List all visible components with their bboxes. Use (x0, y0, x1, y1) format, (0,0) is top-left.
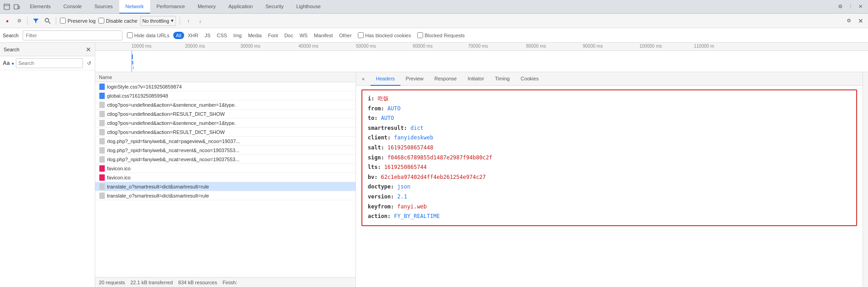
request-item[interactable]: global.css?1619250859948 (95, 91, 356, 100)
main-container: Search ✕ Aa ● ↺ ⊘ 10000 ms 20000 ms 3000… (0, 43, 868, 287)
detail-tab-cookies[interactable]: Cookies (515, 72, 544, 86)
request-item-name: favicon.ico (107, 166, 352, 171)
disable-cache-checkbox[interactable]: Disable cache (98, 18, 137, 24)
request-item-name: ctlog?pos=undefined&action=&sentence_num… (107, 120, 352, 126)
settings-network-icon[interactable]: ⚙ (844, 16, 853, 25)
timeline-mark-6: 70000 ms (468, 44, 488, 49)
type-doc[interactable]: Doc (282, 32, 296, 39)
timeline-mark-10: 110000 m (694, 44, 714, 49)
filter-icon[interactable] (31, 16, 40, 25)
tab-memory[interactable]: Memory (191, 0, 222, 14)
search-sidebar-label: Search (4, 47, 20, 52)
request-item[interactable]: ctlog?pos=undefined&action=RESULT_DICT_S… (95, 128, 356, 137)
type-other[interactable]: Other (336, 32, 355, 39)
resp-client: client: fanyideskweb (368, 133, 851, 143)
close-devtools-icon[interactable]: ✕ (856, 3, 864, 11)
search-refresh-icon[interactable]: ↺ (85, 59, 93, 67)
detail-tab-timing[interactable]: Timing (489, 72, 515, 86)
search-sidebar-header: Search ✕ (0, 43, 95, 56)
tab-elements[interactable]: Elements (24, 0, 57, 14)
type-ws[interactable]: WS (297, 32, 310, 39)
type-img[interactable]: Img (231, 32, 244, 39)
filter-input[interactable] (23, 30, 122, 40)
inspect-icon[interactable] (3, 3, 11, 11)
request-item-name: translate_o?smartresult=dict&smartresult… (107, 184, 352, 189)
request-item-icon (99, 120, 105, 126)
request-item[interactable]: favicon.ico (95, 173, 356, 182)
detail-tab-initiator[interactable]: Initiator (462, 72, 489, 86)
blocked-requests[interactable]: Blocked Requests (414, 31, 468, 39)
timeline-mark-3: 40000 ms (298, 44, 318, 49)
type-font[interactable]: Font (265, 32, 281, 39)
type-all[interactable]: All (173, 32, 184, 39)
preserve-log-checkbox[interactable]: Preserve log (60, 18, 96, 24)
detail-tab-headers[interactable]: Headers (371, 72, 400, 86)
right-scrollbar[interactable] (863, 72, 868, 287)
request-item-icon (99, 165, 105, 172)
request-item-name: favicon.ico (107, 175, 352, 180)
type-media[interactable]: Media (245, 32, 264, 39)
request-item[interactable]: ctlog?pos=undefined&action=&sentence_num… (95, 100, 356, 109)
request-item[interactable]: rlog.php?_npid=fanyiweb&_ncat=event&_nco… (95, 146, 356, 155)
request-items[interactable]: loginStyle.css?v=1619250859874global.css… (95, 82, 356, 277)
resp-smartresult: smartresult: dict (368, 124, 851, 134)
tab-console[interactable]: Console (57, 0, 88, 14)
close-search-icon[interactable]: ✕ (856, 16, 865, 25)
type-js[interactable]: JS (202, 32, 213, 39)
toolbar-divider-1 (27, 17, 28, 25)
request-item-icon (99, 111, 105, 117)
request-item[interactable]: loginStyle.css?v=1619250859874 (95, 82, 356, 91)
throttle-select[interactable]: No throttling ▾ (140, 16, 176, 26)
tab-network[interactable]: Network (119, 0, 150, 14)
more-options-icon[interactable]: ⋮ (846, 3, 854, 11)
tab-application[interactable]: Application (222, 0, 259, 14)
search-box-input[interactable] (16, 58, 83, 68)
request-item-name: rlog.php?_npid=fanyiweb&_ncat=pageview&_… (107, 139, 352, 144)
hide-data-urls[interactable]: Hide data URLs (124, 31, 172, 39)
request-item[interactable]: ctlog?pos=undefined&action=RESULT_DICT_S… (95, 109, 356, 119)
detail-tab-response[interactable]: Response (429, 72, 463, 86)
search-case-sensitive[interactable]: Aa (3, 60, 10, 66)
settings-icon[interactable]: ⚙ (836, 3, 844, 11)
devtools-tab-bar: Elements Console Sources Network Perform… (0, 0, 868, 14)
tab-sources[interactable]: Sources (88, 0, 119, 14)
status-resources: 834 kB resources (178, 280, 217, 285)
request-item[interactable]: rlog.php?_npid=fanyiweb&_ncat=event&_nco… (95, 155, 356, 164)
resp-doctype: doctype: json (368, 182, 851, 192)
clear-button[interactable]: ⊘ (15, 16, 24, 25)
search-close-button[interactable]: ✕ (86, 46, 91, 53)
search-network-icon[interactable] (43, 16, 52, 25)
timeline-mark-1: 20000 ms (185, 44, 205, 49)
request-item[interactable]: translate_o?smartresult=dict&smartresult… (95, 182, 356, 191)
search-results (0, 70, 95, 287)
status-finish: Finish: (223, 280, 237, 285)
detail-close-button[interactable]: × (360, 75, 367, 83)
request-item-icon (99, 129, 105, 135)
timeline-mark-0: 10000 ms (132, 44, 151, 49)
request-item[interactable]: ctlog?pos=undefined&action=&sentence_num… (95, 119, 356, 128)
device-toggle-icon[interactable] (13, 3, 21, 11)
tab-performance[interactable]: Performance (150, 0, 191, 14)
timeline-mark-8: 90000 ms (583, 44, 603, 49)
record-button[interactable]: ● (3, 16, 12, 25)
type-manifest[interactable]: Manifest (311, 32, 336, 39)
export-har-button[interactable]: ↓ (195, 16, 205, 25)
type-css[interactable]: CSS (214, 32, 230, 39)
timeline-mark-9: 100000 ms (639, 44, 662, 49)
svg-rect-2 (18, 6, 20, 9)
request-item[interactable]: rlog.php?_npid=fanyiweb&_ncat=pageview&_… (95, 137, 356, 146)
network-bottom: Name loginStyle.css?v=1619250859874globa… (95, 72, 868, 287)
tab-security[interactable]: Security (259, 0, 290, 14)
request-item-icon (99, 174, 105, 181)
request-item[interactable]: translate_o?smartresult=dict&smartresult… (95, 191, 356, 200)
detail-tab-preview[interactable]: Preview (400, 72, 429, 86)
has-blocked-cookies[interactable]: Has blocked cookies (355, 31, 414, 39)
request-item[interactable]: favicon.ico (95, 164, 356, 173)
import-har-button[interactable]: ↑ (184, 16, 193, 25)
tab-lighthouse[interactable]: Lighthouse (290, 0, 327, 14)
type-xhr[interactable]: XHR (185, 32, 201, 39)
toolbar-divider-2 (56, 17, 56, 25)
detail-tabs: × Headers Preview Response Initiator Tim… (356, 72, 863, 86)
resp-i: i: 吃饭 (368, 94, 851, 104)
status-requests: 20 requests (99, 280, 125, 285)
